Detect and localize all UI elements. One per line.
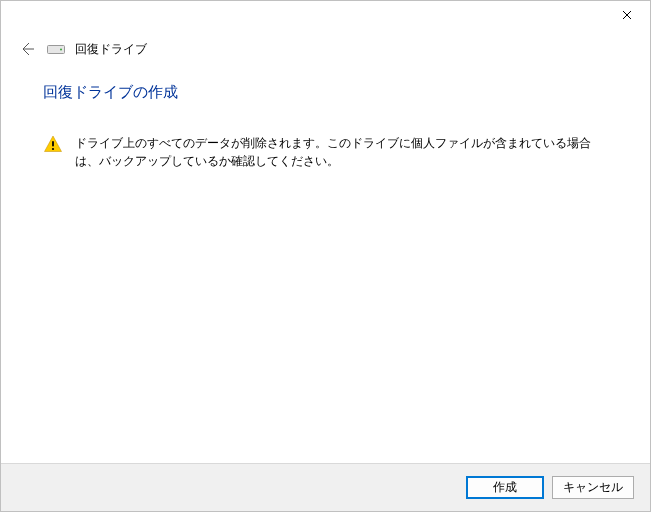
- drive-icon: [47, 42, 65, 56]
- create-button[interactable]: 作成: [466, 476, 544, 499]
- page-title: 回復ドライブの作成: [43, 83, 608, 102]
- svg-rect-2: [52, 141, 54, 147]
- header: 回復ドライブ: [17, 39, 634, 59]
- svg-point-1: [60, 49, 62, 51]
- svg-point-3: [52, 148, 54, 150]
- close-button[interactable]: [604, 1, 650, 31]
- back-button[interactable]: [17, 39, 37, 59]
- warning-icon: [43, 134, 63, 154]
- footer: 作成 キャンセル: [1, 463, 650, 511]
- back-arrow-icon: [19, 41, 35, 57]
- warning-text: ドライブ上のすべてのデータが削除されます。このドライブに個人ファイルが含まれてい…: [75, 134, 608, 170]
- breadcrumb-title: 回復ドライブ: [75, 41, 147, 58]
- cancel-button[interactable]: キャンセル: [552, 476, 634, 499]
- main-content: 回復ドライブの作成 ドライブ上のすべてのデータが削除されます。このドライブに個人…: [43, 83, 608, 170]
- close-icon: [622, 9, 632, 23]
- warning-row: ドライブ上のすべてのデータが削除されます。このドライブに個人ファイルが含まれてい…: [43, 134, 608, 170]
